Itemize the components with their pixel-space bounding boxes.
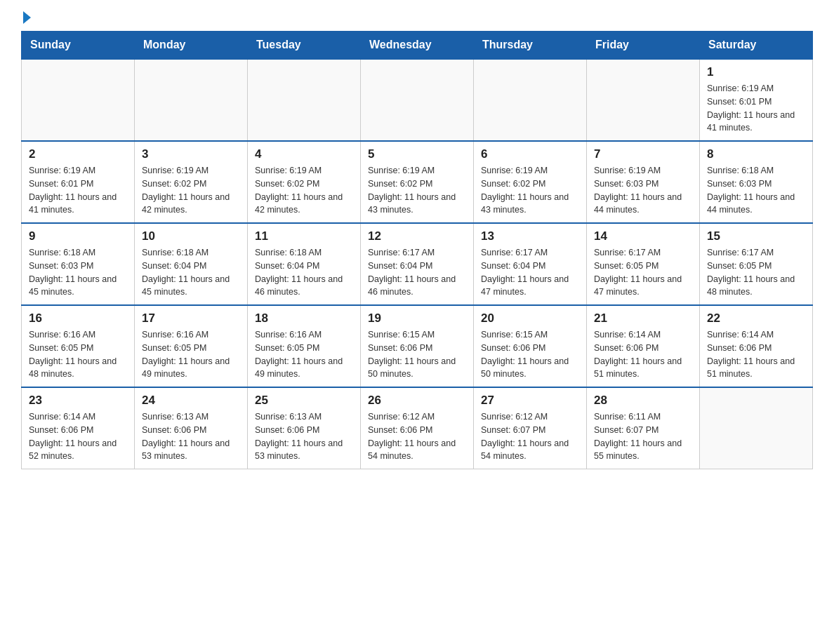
calendar-day: 5Sunrise: 6:19 AMSunset: 6:02 PMDaylight… — [361, 141, 474, 223]
calendar-header-monday: Monday — [135, 32, 248, 60]
day-number: 5 — [368, 147, 466, 161]
calendar-day: 16Sunrise: 6:16 AMSunset: 6:05 PMDayligh… — [22, 305, 135, 387]
calendar-day: 28Sunrise: 6:11 AMSunset: 6:07 PMDayligh… — [587, 387, 700, 469]
day-number: 18 — [255, 311, 353, 326]
day-info: Sunrise: 6:17 AMSunset: 6:04 PMDaylight:… — [368, 246, 466, 299]
calendar-day — [361, 59, 474, 141]
day-info: Sunrise: 6:13 AMSunset: 6:06 PMDaylight:… — [142, 410, 240, 463]
calendar-table: SundayMondayTuesdayWednesdayThursdayFrid… — [21, 31, 813, 469]
calendar-day: 12Sunrise: 6:17 AMSunset: 6:04 PMDayligh… — [361, 223, 474, 305]
day-number: 10 — [142, 229, 240, 243]
day-number: 6 — [481, 147, 579, 161]
calendar-day: 4Sunrise: 6:19 AMSunset: 6:02 PMDaylight… — [248, 141, 361, 223]
day-info: Sunrise: 6:16 AMSunset: 6:05 PMDaylight:… — [255, 328, 353, 381]
calendar-day: 10Sunrise: 6:18 AMSunset: 6:04 PMDayligh… — [135, 223, 248, 305]
day-info: Sunrise: 6:18 AMSunset: 6:03 PMDaylight:… — [707, 164, 805, 217]
day-number: 13 — [481, 229, 579, 243]
calendar-header-saturday: Saturday — [700, 32, 813, 60]
day-number: 27 — [481, 394, 579, 408]
day-number: 12 — [368, 229, 466, 243]
day-info: Sunrise: 6:18 AMSunset: 6:04 PMDaylight:… — [255, 246, 353, 299]
calendar-day: 11Sunrise: 6:18 AMSunset: 6:04 PMDayligh… — [248, 223, 361, 305]
calendar-day: 3Sunrise: 6:19 AMSunset: 6:02 PMDaylight… — [135, 141, 248, 223]
logo — [21, 14, 31, 24]
calendar-day: 19Sunrise: 6:15 AMSunset: 6:06 PMDayligh… — [361, 305, 474, 387]
day-number: 23 — [29, 394, 127, 408]
day-info: Sunrise: 6:18 AMSunset: 6:03 PMDaylight:… — [29, 246, 127, 299]
day-number: 17 — [142, 311, 240, 326]
day-number: 11 — [255, 229, 353, 243]
day-number: 4 — [255, 147, 353, 161]
day-number: 2 — [29, 147, 127, 161]
calendar-day: 15Sunrise: 6:17 AMSunset: 6:05 PMDayligh… — [700, 223, 813, 305]
calendar-day: 6Sunrise: 6:19 AMSunset: 6:02 PMDaylight… — [474, 141, 587, 223]
calendar-day: 18Sunrise: 6:16 AMSunset: 6:05 PMDayligh… — [248, 305, 361, 387]
day-number: 8 — [707, 147, 805, 161]
calendar-day — [474, 59, 587, 141]
calendar-day: 13Sunrise: 6:17 AMSunset: 6:04 PMDayligh… — [474, 223, 587, 305]
day-number: 26 — [368, 394, 466, 408]
day-info: Sunrise: 6:19 AMSunset: 6:03 PMDaylight:… — [594, 164, 692, 217]
calendar-header-thursday: Thursday — [474, 32, 587, 60]
day-info: Sunrise: 6:19 AMSunset: 6:01 PMDaylight:… — [707, 82, 805, 135]
day-number: 19 — [368, 311, 466, 326]
day-number: 3 — [142, 147, 240, 161]
calendar-day: 17Sunrise: 6:16 AMSunset: 6:05 PMDayligh… — [135, 305, 248, 387]
day-info: Sunrise: 6:19 AMSunset: 6:01 PMDaylight:… — [29, 164, 127, 217]
calendar-day — [248, 59, 361, 141]
day-number: 16 — [29, 311, 127, 326]
day-info: Sunrise: 6:16 AMSunset: 6:05 PMDaylight:… — [29, 328, 127, 381]
day-info: Sunrise: 6:12 AMSunset: 6:06 PMDaylight:… — [368, 410, 466, 463]
calendar-day — [22, 59, 135, 141]
calendar-day: 14Sunrise: 6:17 AMSunset: 6:05 PMDayligh… — [587, 223, 700, 305]
calendar-day: 1Sunrise: 6:19 AMSunset: 6:01 PMDaylight… — [700, 59, 813, 141]
day-number: 15 — [707, 229, 805, 243]
day-info: Sunrise: 6:11 AMSunset: 6:07 PMDaylight:… — [594, 410, 692, 463]
day-info: Sunrise: 6:13 AMSunset: 6:06 PMDaylight:… — [255, 410, 353, 463]
day-info: Sunrise: 6:17 AMSunset: 6:05 PMDaylight:… — [594, 246, 692, 299]
day-info: Sunrise: 6:19 AMSunset: 6:02 PMDaylight:… — [255, 164, 353, 217]
logo-arrow-icon — [23, 11, 31, 24]
day-info: Sunrise: 6:16 AMSunset: 6:05 PMDaylight:… — [142, 328, 240, 381]
day-info: Sunrise: 6:12 AMSunset: 6:07 PMDaylight:… — [481, 410, 579, 463]
calendar-week-3: 9Sunrise: 6:18 AMSunset: 6:03 PMDaylight… — [22, 223, 813, 305]
day-info: Sunrise: 6:17 AMSunset: 6:05 PMDaylight:… — [707, 246, 805, 299]
day-info: Sunrise: 6:19 AMSunset: 6:02 PMDaylight:… — [481, 164, 579, 217]
day-number: 24 — [142, 394, 240, 408]
calendar-week-5: 23Sunrise: 6:14 AMSunset: 6:06 PMDayligh… — [22, 387, 813, 469]
day-info: Sunrise: 6:15 AMSunset: 6:06 PMDaylight:… — [481, 328, 579, 381]
calendar-day: 7Sunrise: 6:19 AMSunset: 6:03 PMDaylight… — [587, 141, 700, 223]
calendar-header-wednesday: Wednesday — [361, 32, 474, 60]
day-info: Sunrise: 6:18 AMSunset: 6:04 PMDaylight:… — [142, 246, 240, 299]
day-number: 20 — [481, 311, 579, 326]
day-number: 7 — [594, 147, 692, 161]
page-header — [21, 14, 813, 24]
calendar-day: 9Sunrise: 6:18 AMSunset: 6:03 PMDaylight… — [22, 223, 135, 305]
calendar-day: 22Sunrise: 6:14 AMSunset: 6:06 PMDayligh… — [700, 305, 813, 387]
calendar-day: 8Sunrise: 6:18 AMSunset: 6:03 PMDaylight… — [700, 141, 813, 223]
calendar-day: 24Sunrise: 6:13 AMSunset: 6:06 PMDayligh… — [135, 387, 248, 469]
calendar-day: 26Sunrise: 6:12 AMSunset: 6:06 PMDayligh… — [361, 387, 474, 469]
calendar-day — [135, 59, 248, 141]
calendar-day — [700, 387, 813, 469]
day-info: Sunrise: 6:14 AMSunset: 6:06 PMDaylight:… — [29, 410, 127, 463]
calendar-day — [587, 59, 700, 141]
day-number: 22 — [707, 311, 805, 326]
day-number: 14 — [594, 229, 692, 243]
calendar-day: 23Sunrise: 6:14 AMSunset: 6:06 PMDayligh… — [22, 387, 135, 469]
calendar-day: 25Sunrise: 6:13 AMSunset: 6:06 PMDayligh… — [248, 387, 361, 469]
day-number: 1 — [707, 65, 805, 79]
day-number: 28 — [594, 394, 692, 408]
day-info: Sunrise: 6:14 AMSunset: 6:06 PMDaylight:… — [594, 328, 692, 381]
calendar-header-sunday: Sunday — [22, 32, 135, 60]
calendar-day: 27Sunrise: 6:12 AMSunset: 6:07 PMDayligh… — [474, 387, 587, 469]
calendar-week-1: 1Sunrise: 6:19 AMSunset: 6:01 PMDaylight… — [22, 59, 813, 141]
day-info: Sunrise: 6:17 AMSunset: 6:04 PMDaylight:… — [481, 246, 579, 299]
day-info: Sunrise: 6:14 AMSunset: 6:06 PMDaylight:… — [707, 328, 805, 381]
day-number: 25 — [255, 394, 353, 408]
calendar-day: 21Sunrise: 6:14 AMSunset: 6:06 PMDayligh… — [587, 305, 700, 387]
day-info: Sunrise: 6:19 AMSunset: 6:02 PMDaylight:… — [368, 164, 466, 217]
calendar-week-4: 16Sunrise: 6:16 AMSunset: 6:05 PMDayligh… — [22, 305, 813, 387]
day-number: 9 — [29, 229, 127, 243]
day-info: Sunrise: 6:19 AMSunset: 6:02 PMDaylight:… — [142, 164, 240, 217]
